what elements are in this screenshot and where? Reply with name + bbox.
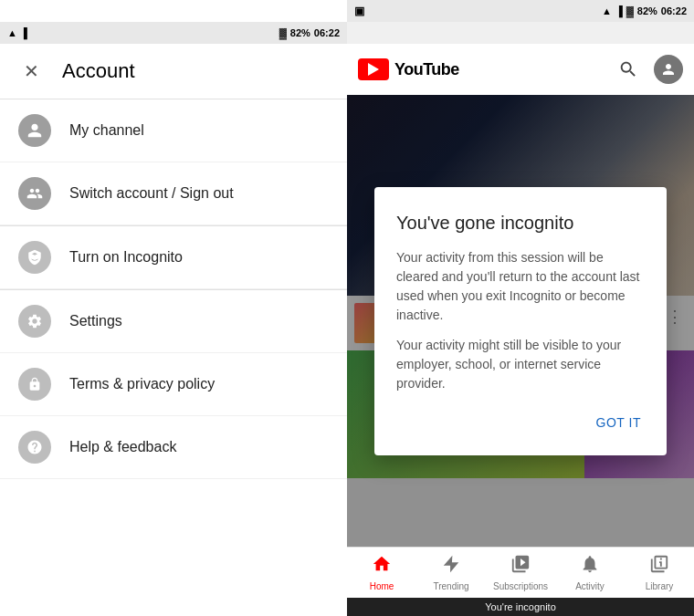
switch-signout-label: Switch account / Sign out (69, 185, 234, 202)
incognito-bar: You're incognito (347, 598, 694, 616)
incognito-label: Turn on Incognito (69, 249, 183, 266)
trending-label: Trending (433, 581, 468, 591)
menu-item-my-channel[interactable]: My channel (0, 99, 347, 162)
help-icon (18, 431, 51, 464)
youtube-header: YouTube (347, 44, 694, 95)
incognito-icon (18, 241, 51, 274)
home-label: Home (370, 581, 394, 591)
modal-body-2: Your activity might still be visible to … (396, 336, 645, 393)
nav-home[interactable]: Home (347, 548, 416, 598)
help-label: Help & feedback (69, 439, 176, 455)
account-avatar[interactable] (654, 55, 683, 84)
my-channel-icon (18, 114, 51, 147)
settings-label: Settings (69, 313, 122, 329)
activity-icon (580, 554, 600, 579)
right-signal-icon: ▐ (615, 5, 623, 16)
home-icon (372, 554, 392, 579)
nav-activity[interactable]: Activity (555, 548, 625, 598)
right-battery-icon: ▓ (626, 5, 634, 16)
modal-body-1: Your activity from this session will be … (396, 248, 645, 325)
terms-label: Terms & privacy policy (69, 376, 215, 392)
account-header: ✕ Account (0, 44, 347, 99)
switch-account-icon (18, 177, 51, 210)
account-title: Account (62, 59, 135, 83)
menu-item-settings[interactable]: Settings (0, 290, 347, 353)
right-wifi-icon: ▲ (602, 5, 612, 16)
close-button[interactable]: ✕ (18, 58, 44, 84)
subscriptions-label: Subscriptions (493, 581, 548, 591)
terms-icon (18, 368, 51, 401)
subscriptions-icon (510, 554, 531, 579)
modal-footer: GOT IT (396, 408, 645, 437)
incognito-text: You're incognito (485, 601, 556, 612)
bottom-nav: Home Trending Subscriptions (347, 547, 694, 598)
header-icons (614, 55, 683, 84)
nav-library[interactable]: Library (625, 548, 694, 598)
screen-icon: ▣ (354, 5, 364, 17)
signal-icon: ▐ (20, 27, 27, 38)
my-channel-label: My channel (69, 122, 144, 139)
library-icon (649, 554, 669, 579)
right-status-right: ▲ ▐ ▓ 82% 06:22 (602, 5, 687, 16)
status-bar-left-icons: ▲ ▐ (7, 27, 27, 38)
youtube-wordmark: YouTube (394, 60, 459, 79)
nav-trending[interactable]: Trending (416, 548, 486, 598)
incognito-modal: You've gone incognito Your activity from… (374, 187, 667, 455)
modal-overlay: You've gone incognito Your activity from… (347, 95, 694, 547)
nav-subscriptions[interactable]: Subscriptions (486, 548, 555, 598)
right-panel: ▣ ▲ ▐ ▓ 82% 06:22 YouTube (347, 0, 694, 616)
status-bar-right: ▓ 82% 06:22 (279, 27, 340, 38)
youtube-logo: YouTube (358, 58, 459, 80)
settings-icon (18, 305, 51, 338)
got-it-button[interactable]: GOT IT (593, 408, 645, 437)
wifi-icon: ▲ (7, 27, 17, 38)
youtube-icon (358, 58, 389, 80)
modal-title: You've gone incognito (396, 213, 645, 234)
menu-item-help[interactable]: Help & feedback (0, 416, 347, 479)
content-area: ⋮ 23:45 You've gone incognito Your activ… (347, 95, 694, 547)
battery-icon: ▓ (279, 27, 287, 38)
right-time: 06:22 (661, 5, 687, 16)
play-triangle (368, 63, 379, 76)
menu-item-switch-signout[interactable]: Switch account / Sign out (0, 162, 347, 225)
time-display: 06:22 (314, 27, 340, 38)
trending-icon (441, 554, 461, 579)
activity-label: Activity (575, 581, 605, 591)
menu-item-incognito[interactable]: Turn on Incognito (0, 226, 347, 289)
menu-item-terms[interactable]: Terms & privacy policy (0, 353, 347, 416)
right-battery-percent: 82% (637, 5, 657, 16)
search-button[interactable] (614, 55, 643, 84)
battery-percent: 82% (290, 27, 310, 38)
library-label: Library (646, 581, 674, 591)
